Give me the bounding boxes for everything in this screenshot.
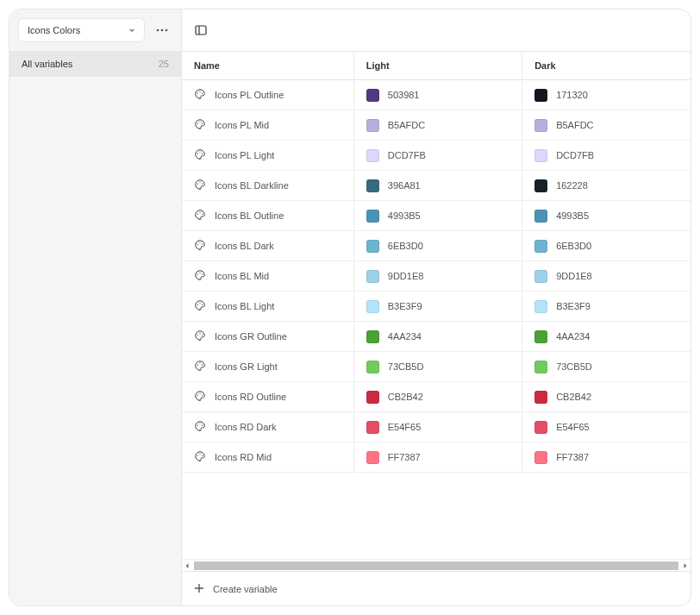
color-cell-dark[interactable]: 162228 bbox=[534, 179, 678, 192]
variable-name: Icons PL Light bbox=[215, 150, 274, 160]
column-header-name[interactable]: Name bbox=[182, 52, 353, 80]
color-cell-dark[interactable]: 6EB3D0 bbox=[534, 240, 678, 253]
svg-point-6 bbox=[199, 91, 200, 92]
color-cell-dark[interactable]: 4993B5 bbox=[534, 210, 678, 223]
main-area: Icons Colors All variables 25 bbox=[9, 9, 691, 606]
color-swatch bbox=[534, 300, 547, 313]
color-swatch bbox=[534, 361, 547, 373]
variable-name: Icons BL Light bbox=[215, 301, 274, 311]
table-row[interactable]: Icons PL MidB5AFDCB5AFDC bbox=[182, 110, 691, 141]
table-row[interactable]: Icons BL Outline4993B54993B5 bbox=[182, 201, 691, 231]
svg-point-0 bbox=[157, 29, 159, 32]
color-cell-dark[interactable]: B5AFDC bbox=[534, 119, 678, 132]
table-row[interactable]: Icons BL Mid9DD1E89DD1E8 bbox=[182, 261, 691, 292]
color-cell-light[interactable]: E54F65 bbox=[366, 421, 509, 434]
svg-point-16 bbox=[202, 184, 203, 185]
color-cell-light[interactable]: 4993B5 bbox=[366, 210, 509, 223]
color-hex: 6EB3D0 bbox=[388, 241, 423, 251]
sidebar-toggle-button[interactable] bbox=[191, 20, 211, 41]
color-cell-light[interactable]: B3E3F9 bbox=[366, 300, 509, 313]
color-cell-dark[interactable]: B3E3F9 bbox=[534, 300, 678, 313]
variable-name: Icons GR Light bbox=[215, 361, 278, 372]
color-cell-light[interactable]: 4AA234 bbox=[366, 330, 509, 343]
svg-point-29 bbox=[197, 335, 198, 336]
color-swatch bbox=[534, 89, 547, 102]
color-cell-light[interactable]: B5AFDC bbox=[366, 119, 509, 132]
svg-point-17 bbox=[197, 214, 198, 215]
color-hex: B5AFDC bbox=[388, 120, 425, 130]
table-row[interactable]: Icons BL LightB3E3F9B3E3F9 bbox=[182, 292, 691, 322]
scrollbar-thumb[interactable] bbox=[194, 562, 678, 570]
column-header-light[interactable]: Light bbox=[353, 52, 522, 80]
collection-dropdown[interactable]: Icons Colors bbox=[18, 18, 145, 42]
svg-point-8 bbox=[197, 123, 198, 124]
scroll-right-icon[interactable] bbox=[680, 561, 691, 571]
color-swatch bbox=[366, 270, 379, 283]
color-cell-dark[interactable]: 171320 bbox=[534, 89, 678, 102]
horizontal-scrollbar[interactable] bbox=[182, 559, 691, 571]
column-header-dark[interactable]: Dark bbox=[522, 52, 691, 80]
svg-point-31 bbox=[202, 335, 203, 336]
more-options-button[interactable] bbox=[152, 20, 172, 41]
svg-point-37 bbox=[202, 395, 203, 396]
svg-point-24 bbox=[199, 273, 200, 273]
svg-point-12 bbox=[199, 152, 200, 153]
palette-icon bbox=[194, 179, 206, 192]
color-cell-light[interactable]: DCD7FB bbox=[366, 149, 509, 162]
color-cell-dark[interactable]: FF7387 bbox=[534, 451, 678, 464]
scroll-left-icon[interactable] bbox=[182, 561, 192, 571]
svg-point-38 bbox=[197, 425, 198, 426]
color-cell-dark[interactable]: 73CB5D bbox=[534, 361, 678, 373]
variable-name: Icons BL Outline bbox=[215, 210, 284, 221]
palette-icon bbox=[194, 88, 206, 102]
color-cell-light[interactable]: 73CB5D bbox=[366, 361, 509, 373]
color-cell-dark[interactable]: DCD7FB bbox=[534, 149, 678, 162]
sidebar-item-all-variables[interactable]: All variables 25 bbox=[9, 51, 181, 77]
color-cell-dark[interactable]: CB2B42 bbox=[534, 391, 678, 404]
table-row[interactable]: Icons GR Outline4AA2344AA234 bbox=[182, 322, 691, 352]
color-cell-light[interactable]: FF7387 bbox=[366, 451, 509, 464]
svg-point-27 bbox=[199, 303, 200, 304]
color-cell-dark[interactable]: 4AA234 bbox=[534, 330, 678, 343]
svg-point-20 bbox=[197, 244, 198, 245]
svg-point-28 bbox=[202, 304, 203, 305]
color-swatch bbox=[366, 300, 379, 313]
color-cell-light[interactable]: CB2B42 bbox=[366, 391, 509, 404]
palette-icon bbox=[194, 299, 206, 313]
color-cell-light[interactable]: 503981 bbox=[366, 89, 509, 102]
table-row[interactable]: Icons BL Darkline396A81162228 bbox=[182, 171, 691, 201]
svg-point-15 bbox=[199, 182, 200, 183]
table-row[interactable]: Icons RD OutlineCB2B42CB2B42 bbox=[182, 382, 691, 412]
svg-point-33 bbox=[199, 363, 200, 364]
color-cell-dark[interactable]: E54F65 bbox=[534, 421, 678, 434]
svg-point-10 bbox=[202, 123, 203, 124]
content: Name Light Dark Icons PL Outline50398117… bbox=[182, 9, 691, 606]
color-cell-light[interactable]: 396A81 bbox=[366, 179, 509, 192]
variable-name: Icons BL Darkline bbox=[215, 180, 289, 191]
variable-name: Icons RD Dark bbox=[215, 422, 277, 432]
palette-icon bbox=[194, 390, 206, 404]
svg-point-25 bbox=[202, 274, 203, 275]
color-hex: 162228 bbox=[556, 180, 588, 191]
color-cell-dark[interactable]: 9DD1E8 bbox=[534, 270, 678, 283]
svg-point-40 bbox=[202, 425, 203, 426]
table-row[interactable]: Icons PL LightDCD7FBDCD7FB bbox=[182, 141, 691, 171]
plus-icon bbox=[194, 583, 204, 595]
table-row[interactable]: Icons RD MidFF7387FF7387 bbox=[182, 442, 691, 473]
variable-name: Icons RD Mid bbox=[215, 452, 272, 462]
color-hex: E54F65 bbox=[556, 422, 590, 432]
color-swatch bbox=[366, 240, 379, 253]
chevron-down-icon bbox=[128, 25, 135, 35]
svg-point-41 bbox=[197, 455, 198, 456]
color-hex: 4993B5 bbox=[556, 210, 589, 221]
toolbar bbox=[182, 9, 691, 51]
table-row[interactable]: Icons RD DarkE54F65E54F65 bbox=[182, 412, 691, 442]
table-row[interactable]: Icons BL Dark6EB3D06EB3D0 bbox=[182, 231, 691, 261]
color-cell-light[interactable]: 9DD1E8 bbox=[366, 270, 509, 283]
color-cell-light[interactable]: 6EB3D0 bbox=[366, 240, 509, 253]
create-variable-button[interactable]: Create variable bbox=[182, 571, 691, 606]
table-row[interactable]: Icons PL Outline503981171320 bbox=[182, 80, 691, 110]
sidebar-item-count: 25 bbox=[159, 59, 169, 69]
table-wrapper[interactable]: Name Light Dark Icons PL Outline50398117… bbox=[182, 51, 691, 559]
table-row[interactable]: Icons GR Light73CB5D73CB5D bbox=[182, 352, 691, 382]
